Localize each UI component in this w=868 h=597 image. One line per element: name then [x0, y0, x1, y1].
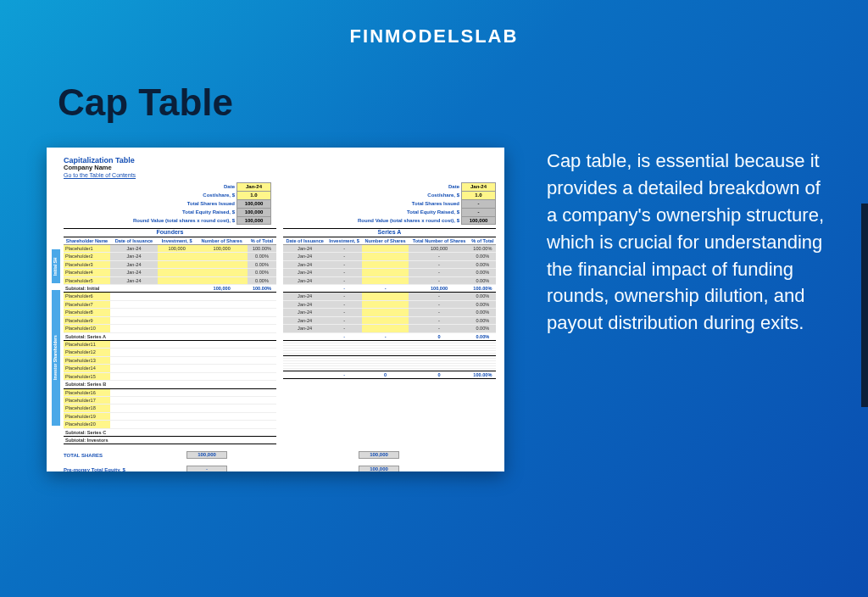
table-cell — [196, 356, 247, 364]
table-cell — [196, 396, 247, 404]
table-cell: Placeholder1 — [64, 244, 110, 252]
table-cell — [283, 332, 326, 340]
table-cell: - — [409, 293, 469, 300]
table-cell — [196, 293, 247, 300]
table-cell: 100,000 — [158, 244, 196, 252]
table-cell — [196, 412, 247, 420]
table-cell — [362, 244, 409, 252]
right-edge-accent — [861, 204, 868, 407]
table-cell — [248, 381, 276, 388]
table-cell — [196, 269, 247, 276]
table-cell: - — [326, 300, 362, 308]
table-cell: Jan-24 — [283, 276, 326, 284]
table-cell: 0 — [362, 371, 409, 379]
table-cell: Jan-24 — [110, 260, 158, 268]
table-cell: Jan-24 — [283, 269, 326, 276]
table-cell: 100.00% — [470, 244, 496, 252]
table-cell: Placeholder10 — [64, 325, 110, 332]
table-cell: Placeholder13 — [64, 356, 110, 364]
table-cell — [158, 341, 196, 349]
table-cell: Placeholder5 — [64, 276, 110, 284]
table-cell: 0 — [409, 332, 469, 340]
table-cell — [196, 332, 247, 340]
table-cell: 0.00% — [470, 276, 496, 284]
table-cell — [158, 325, 196, 332]
table-cell: Subtotal: Series C — [64, 428, 110, 436]
table-cell: - — [409, 269, 469, 276]
table-cell — [196, 365, 247, 372]
table-cell — [110, 372, 158, 380]
table-cell — [158, 372, 196, 380]
table-cell: - — [409, 276, 469, 284]
table-cell — [110, 396, 158, 404]
table-cell — [196, 325, 247, 332]
table-cell — [196, 421, 247, 428]
meta-block: DateJan-24 Cost/share, $1.0 Total Shares… — [64, 182, 496, 225]
seriesa-cost: 1.0 — [462, 191, 496, 199]
table-cell: Jan-24 — [110, 276, 158, 284]
table-cell: - — [326, 293, 362, 300]
table-cell — [110, 325, 158, 332]
table-cell — [158, 293, 196, 300]
table-cell: - — [409, 300, 469, 308]
table-cell — [158, 316, 196, 324]
table-cell: - — [326, 325, 362, 332]
col-sh: Number of Shares — [196, 237, 247, 245]
table-cell — [196, 341, 247, 349]
table-cell — [248, 300, 276, 308]
table-cell — [248, 372, 276, 380]
meta-date-label-a: Date — [288, 183, 462, 192]
meta-round-label-a: Round Value (total shares x round cost),… — [288, 216, 462, 225]
table-cell — [248, 365, 276, 372]
table-cell — [196, 388, 247, 396]
table-cell: Jan-24 — [110, 269, 158, 276]
table-cell — [196, 309, 247, 316]
pre-f: - — [186, 466, 227, 471]
table-cell — [158, 300, 196, 308]
table-cell: - — [409, 325, 469, 332]
table-cell — [110, 412, 158, 420]
table-cell — [196, 372, 247, 380]
table-cell: Placeholder4 — [64, 269, 110, 276]
table-cell — [362, 325, 409, 332]
table-cell: Subtotal: Series B — [64, 381, 110, 388]
spreadsheet-preview: Initial SH Investor Shareholders Capital… — [47, 148, 504, 471]
table-cell: Subtotal: Initial — [64, 285, 110, 293]
seriesa-table: Date of Issuance Investment, $ Number of… — [283, 237, 496, 380]
table-cell: - — [326, 316, 362, 324]
table-cell — [248, 332, 276, 340]
table-cell: Placeholder9 — [64, 316, 110, 324]
col-sh-a: Number of Shares — [362, 237, 409, 245]
col-doi: Date of Issuance — [110, 237, 158, 245]
col-tot-a: Total Number of Shares — [409, 237, 469, 245]
table-cell — [248, 437, 276, 444]
seriesa-date: Jan-24 — [462, 183, 496, 192]
table-cell: Placeholder6 — [64, 293, 110, 300]
table-cell: 0.00% — [248, 269, 276, 276]
table-cell — [248, 349, 276, 356]
table-cell — [110, 381, 158, 388]
table-cell: Placeholder7 — [64, 300, 110, 308]
table-cell — [362, 293, 409, 300]
table-cell — [158, 412, 196, 420]
table-cell: - — [326, 332, 362, 340]
table-cell: 100,000 — [409, 244, 469, 252]
meta-shares-label: Total Shares Issued — [64, 199, 237, 208]
founders-round: 100,000 — [237, 216, 271, 225]
table-cell — [158, 349, 196, 356]
toc-link[interactable]: Go to the Table of Contents — [64, 172, 136, 179]
table-cell — [248, 316, 276, 324]
table-cell: 0.00% — [248, 276, 276, 284]
col-pct: % of Total — [248, 237, 276, 245]
founders-table: Shareholder Name Date of Issuance Invest… — [64, 237, 276, 445]
table-cell: - — [362, 332, 409, 340]
table-cell: 100.00% — [470, 371, 496, 379]
table-cell — [158, 365, 196, 372]
table-cell: - — [326, 269, 362, 276]
table-cell — [158, 356, 196, 364]
table-cell: Placeholder8 — [64, 309, 110, 316]
table-cell: 100.00% — [248, 285, 276, 293]
table-cell: 0.00% — [470, 260, 496, 268]
table-cell: Jan-24 — [283, 300, 326, 308]
table-cell: Placeholder18 — [64, 405, 110, 412]
